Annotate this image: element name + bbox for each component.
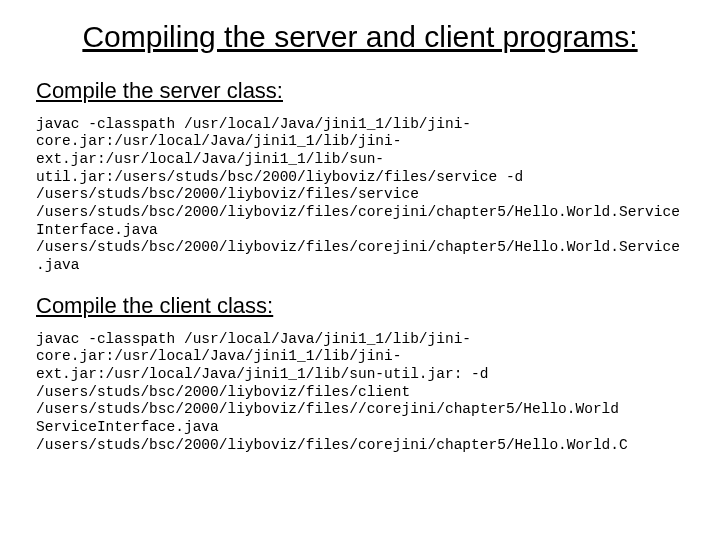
document-page: Compiling the server and client programs…: [0, 0, 720, 455]
page-title: Compiling the server and client programs…: [36, 18, 684, 56]
server-compile-command: javac -classpath /usr/local/Java/jini1_1…: [36, 116, 684, 275]
server-section-heading: Compile the server class:: [36, 78, 684, 104]
client-section-heading: Compile the client class:: [36, 293, 684, 319]
client-compile-command: javac -classpath /usr/local/Java/jini1_1…: [36, 331, 684, 455]
